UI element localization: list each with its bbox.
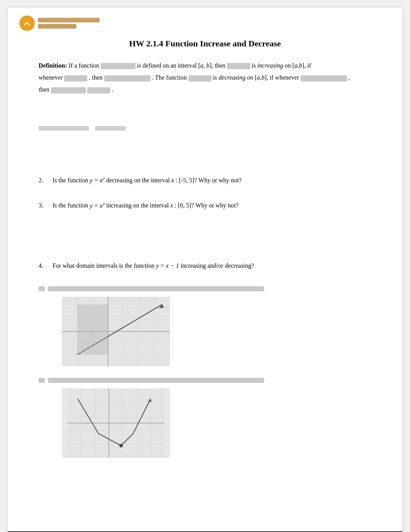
definition-block: Definition: If a function is defined on … — [39, 60, 371, 95]
q3-number: 3. — [39, 201, 48, 211]
small-blurred-2 — [95, 126, 126, 131]
q3-interval-var: x — [170, 202, 173, 209]
header-logo — [19, 15, 100, 31]
blurred-result2 — [87, 87, 110, 93]
svg-rect-17 — [77, 304, 108, 355]
definition-line-3: then . — [39, 84, 371, 95]
logo-icon — [19, 15, 35, 31]
q2-function: y = x2 — [90, 177, 105, 184]
logo-text-block — [38, 18, 100, 29]
q3-function: y = x3 — [90, 202, 105, 209]
spacer-1 — [39, 103, 371, 126]
question-3: 3. Is the function y = x3 increasing on … — [39, 201, 371, 211]
q2-content: Is the function y = x2 decreasing on the… — [53, 175, 371, 185]
blurred-q6-line — [39, 378, 371, 383]
question-4: 4. For what domain intervals is the func… — [39, 261, 371, 271]
blurred-x1 — [64, 75, 87, 82]
graph-6 — [62, 388, 170, 458]
blurred-q6-num — [39, 378, 45, 383]
spacer-3b — [39, 249, 371, 261]
def-whenever: whenever — [39, 74, 64, 81]
q2-interval: : [-5, 5]? Why or why not? — [176, 177, 242, 184]
q4-function: y = x − 1 — [156, 262, 179, 269]
def-period: . — [112, 86, 114, 93]
page-title: HW 2.1.4 Function Increase and Decrease — [39, 39, 371, 49]
graph-6-svg — [62, 388, 170, 458]
def-then-1: , then — [89, 74, 104, 81]
q3-text-pre: Is the function — [53, 202, 90, 209]
blurred-q5-text — [48, 286, 264, 291]
graph-5-svg — [62, 297, 170, 366]
definition-line-2: whenever , then . The function is decrea… — [39, 72, 371, 83]
q2-text-pre: Is the function — [53, 177, 90, 184]
q4-text-end: increasing and/or decreasing? — [181, 262, 254, 269]
q3-text-mid: increasing on the interval — [106, 202, 170, 209]
q2-text-mid: decreasing on the interval — [106, 177, 171, 184]
blurred-q5-line — [39, 286, 371, 291]
q4-number: 4. — [39, 261, 48, 271]
blurred-result — [51, 87, 86, 93]
questions-section: 2. Is the function y = x2 decreasing on … — [39, 175, 371, 458]
spacer-3 — [39, 226, 371, 249]
blurred-q6-row — [39, 378, 371, 458]
svg-point-32 — [119, 444, 123, 447]
logo-text-line2 — [38, 24, 76, 29]
page: HW 2.1.4 Function Increase and Decrease … — [8, 8, 402, 532]
def-text-2: is defined on an interval [a, b], then — [137, 62, 227, 69]
def-text-4: . The function — [152, 74, 188, 81]
blurred-it — [227, 63, 250, 69]
q2-interval-var: x — [171, 177, 174, 184]
logo-svg — [22, 18, 32, 29]
blurred-q5-row — [39, 286, 371, 366]
logo-text-line1 — [38, 18, 100, 22]
blurred-f2 — [188, 75, 212, 82]
q4-text-pre: For what domain intervals is the functio… — [53, 262, 156, 269]
def-text-5: is decreasing on [a,b], if whenever — [213, 74, 301, 81]
definition-label: Definition: — [39, 62, 67, 69]
small-label-row — [39, 126, 371, 134]
q3-content: Is the function y = x3 increasing on the… — [53, 201, 371, 211]
blurred-q6-text — [48, 378, 264, 383]
definition-line-1: Definition: If a function is defined on … — [39, 60, 371, 71]
blurred-function-name — [101, 63, 136, 69]
graph-5 — [62, 297, 170, 366]
def-text-1: If a function — [69, 62, 101, 69]
blurred-x2 — [301, 75, 347, 82]
def-then-2: then — [39, 86, 51, 93]
question-2: 2. Is the function y = x2 decreasing on … — [39, 175, 371, 185]
blurred-q5-num — [39, 286, 45, 291]
blurred-fx1 — [104, 75, 151, 82]
def-comma: , — [349, 74, 350, 81]
small-blurred-1 — [39, 126, 89, 131]
q4-content: For what domain intervals is the functio… — [53, 261, 371, 271]
def-text-3: is increasing on [a,b], if — [252, 62, 311, 69]
spacer-2 — [39, 137, 371, 160]
q2-number: 2. — [39, 175, 48, 185]
q3-interval: : [0, 5]? Why or why not? — [175, 202, 238, 209]
